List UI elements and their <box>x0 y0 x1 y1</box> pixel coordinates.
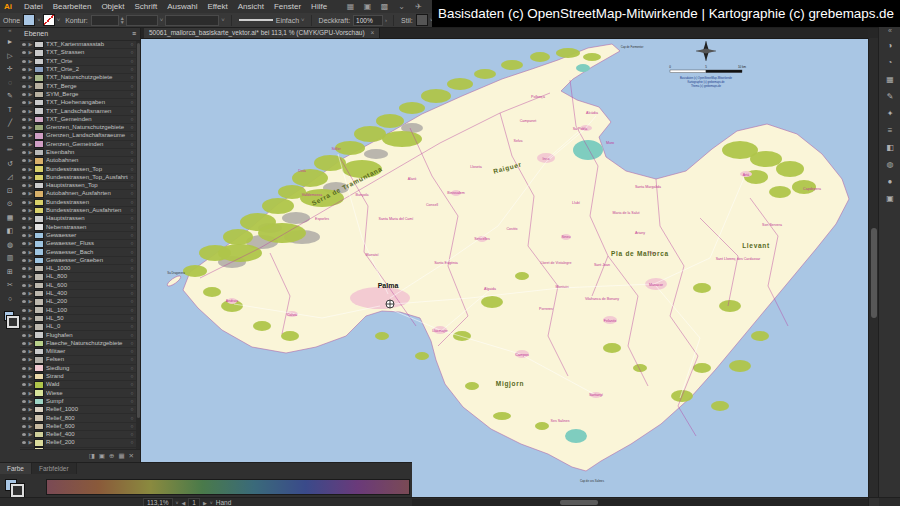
vertical-scrollbar-thumb[interactable] <box>871 228 877 318</box>
target-circle-icon[interactable]: ○ <box>128 91 136 98</box>
layer-row-Relief_400[interactable]: ▶Relief_400○ <box>20 431 136 439</box>
expand-arrow-icon[interactable]: ▶ <box>27 365 34 372</box>
layer-row-Siedlung[interactable]: ▶Siedlung○ <box>20 365 136 373</box>
stroke-style-select[interactable]: Einfach <box>276 17 299 24</box>
expand-arrow-icon[interactable]: ▶ <box>27 273 34 280</box>
expand-arrow-icon[interactable]: ▶ <box>27 390 34 397</box>
layer-row-Felsen[interactable]: ▶Felsen○ <box>20 356 136 364</box>
layer-row-HL_50[interactable]: ▶HL_50○ <box>20 315 136 323</box>
rectangle-tool[interactable]: ▭ <box>3 130 17 144</box>
visibility-eye-icon[interactable] <box>20 290 27 297</box>
layer-row-Autobahnen[interactable]: ▶Autobahnen○ <box>20 157 136 165</box>
chevron-down-icon[interactable]: ˅ <box>221 17 225 23</box>
layers-scrollbar[interactable] <box>136 41 140 449</box>
tab-farbe[interactable]: Farbe <box>0 463 32 474</box>
target-circle-icon[interactable]: ○ <box>128 149 136 156</box>
expand-arrow-icon[interactable]: ▶ <box>27 166 34 173</box>
workspace-switcher-icon[interactable]: ▣ <box>362 2 373 11</box>
target-circle-icon[interactable]: ○ <box>128 190 136 197</box>
layer-row-HL_600[interactable]: ▶HL_600○ <box>20 282 136 290</box>
collapse-panel-icon[interactable]: « <box>8 27 11 35</box>
gradient-panel-icon[interactable]: ◧ <box>882 139 898 156</box>
visibility-eye-icon[interactable] <box>20 207 27 214</box>
target-circle-icon[interactable]: ○ <box>128 381 136 388</box>
expand-arrow-icon[interactable]: ▶ <box>27 340 34 347</box>
layer-row-Autobahnen_Ausfahrten[interactable]: ▶Autobahnen_Ausfahrten○ <box>20 190 136 198</box>
expand-arrow-icon[interactable]: ▶ <box>27 83 34 90</box>
target-circle-icon[interactable]: ○ <box>128 356 136 363</box>
share-icon[interactable]: ✈ <box>413 2 424 11</box>
blend-tool[interactable]: ◍ <box>3 238 17 252</box>
pen-tool[interactable]: ✎ <box>3 89 17 103</box>
target-circle-icon[interactable]: ○ <box>128 323 136 330</box>
target-circle-icon[interactable]: ○ <box>128 174 136 181</box>
layer-row-HL_200[interactable]: ▶HL_200○ <box>20 298 136 306</box>
layer-row-TXT_Naturschutzgebiete[interactable]: ▶TXT_Naturschutzgebiete○ <box>20 74 136 82</box>
target-circle-icon[interactable]: ○ <box>128 348 136 355</box>
layer-row-Gewaesser_Graeben[interactable]: ▶Gewaesser_Graeben○ <box>20 257 136 265</box>
visibility-eye-icon[interactable] <box>20 273 27 280</box>
visibility-eye-icon[interactable] <box>20 415 27 422</box>
next-artboard-icon[interactable]: ▶ <box>203 500 207 506</box>
layer-row-Gewaesser_Bach[interactable]: ▶Gewaesser_Bach○ <box>20 248 136 256</box>
expand-arrow-icon[interactable]: ▶ <box>27 66 34 73</box>
layer-row-Bundesstrassen_Top_Ausfahrten[interactable]: ▶Bundesstrassen_Top_Ausfahrten○ <box>20 174 136 182</box>
target-circle-icon[interactable]: ○ <box>128 290 136 297</box>
expand-arrow-icon[interactable]: ▶ <box>27 315 34 322</box>
visibility-eye-icon[interactable] <box>20 132 27 139</box>
visibility-eye-icon[interactable] <box>20 224 27 231</box>
target-circle-icon[interactable]: ○ <box>128 207 136 214</box>
target-circle-icon[interactable]: ○ <box>128 166 136 173</box>
visibility-eye-icon[interactable] <box>20 439 27 446</box>
target-circle-icon[interactable]: ○ <box>128 298 136 305</box>
expand-arrow-icon[interactable]: ▶ <box>27 174 34 181</box>
target-circle-icon[interactable]: ○ <box>128 390 136 397</box>
target-circle-icon[interactable]: ○ <box>128 232 136 239</box>
layer-row-Eisenbahn[interactable]: ▶Eisenbahn○ <box>20 149 136 157</box>
target-circle-icon[interactable]: ○ <box>128 423 136 430</box>
visibility-eye-icon[interactable] <box>20 406 27 413</box>
visibility-eye-icon[interactable] <box>20 232 27 239</box>
menu-auswahl[interactable]: Auswahl <box>162 2 202 11</box>
chevron-down-icon[interactable]: ˅ <box>301 17 305 23</box>
expand-arrow-icon[interactable]: ▶ <box>27 257 34 264</box>
target-circle-icon[interactable]: ○ <box>128 448 136 449</box>
visibility-eye-icon[interactable] <box>20 215 27 222</box>
expand-arrow-icon[interactable]: ▶ <box>27 356 34 363</box>
chevron-down-icon[interactable]: ˅ <box>37 17 41 23</box>
visibility-eye-icon[interactable] <box>20 49 27 56</box>
expand-arrow-icon[interactable]: ▶ <box>27 290 34 297</box>
expand-arrow-icon[interactable]: ▶ <box>27 307 34 314</box>
scissors-tool[interactable]: ✂ <box>3 278 17 292</box>
layer-row-HL_800[interactable]: ▶HL_800○ <box>20 273 136 281</box>
delete-layer-icon[interactable]: ✕ <box>129 452 134 460</box>
line-segment-tool[interactable]: ╱ <box>3 116 17 130</box>
target-circle-icon[interactable]: ○ <box>128 132 136 139</box>
target-circle-icon[interactable]: ○ <box>128 373 136 380</box>
visibility-eye-icon[interactable] <box>20 323 27 330</box>
expand-arrow-icon[interactable]: ▶ <box>27 116 34 123</box>
visibility-eye-icon[interactable] <box>20 282 27 289</box>
chevron-down-icon[interactable]: ˅ <box>57 17 61 23</box>
menu-fenster[interactable]: Fenster <box>269 2 306 11</box>
layer-row-Sumpf[interactable]: ▶Sumpf○ <box>20 398 136 406</box>
artboard-tool[interactable]: ⊞ <box>3 265 17 279</box>
visibility-eye-icon[interactable] <box>20 398 27 405</box>
layer-row-Militaer[interactable]: ▶Militaer○ <box>20 348 136 356</box>
target-circle-icon[interactable]: ○ <box>128 224 136 231</box>
layer-row-HL_1000[interactable]: ▶HL_1000○ <box>20 265 136 273</box>
layer-row-SYM_Berge[interactable]: ▶SYM_Berge○ <box>20 91 136 99</box>
visibility-eye-icon[interactable] <box>20 182 27 189</box>
panel-menu-icon[interactable]: ≡ <box>132 30 136 37</box>
visibility-eye-icon[interactable] <box>20 91 27 98</box>
target-circle-icon[interactable]: ○ <box>128 240 136 247</box>
visibility-eye-icon[interactable] <box>20 41 27 48</box>
visibility-eye-icon[interactable] <box>20 166 27 173</box>
layer-row-HL_400[interactable]: ▶HL_400○ <box>20 290 136 298</box>
visibility-eye-icon[interactable] <box>20 332 27 339</box>
expand-arrow-icon[interactable]: ▶ <box>27 323 34 330</box>
visibility-eye-icon[interactable] <box>20 265 27 272</box>
expand-arrow-icon[interactable]: ▶ <box>27 332 34 339</box>
prev-artboard-icon[interactable]: ◀ <box>182 500 186 506</box>
visibility-eye-icon[interactable] <box>20 99 27 106</box>
